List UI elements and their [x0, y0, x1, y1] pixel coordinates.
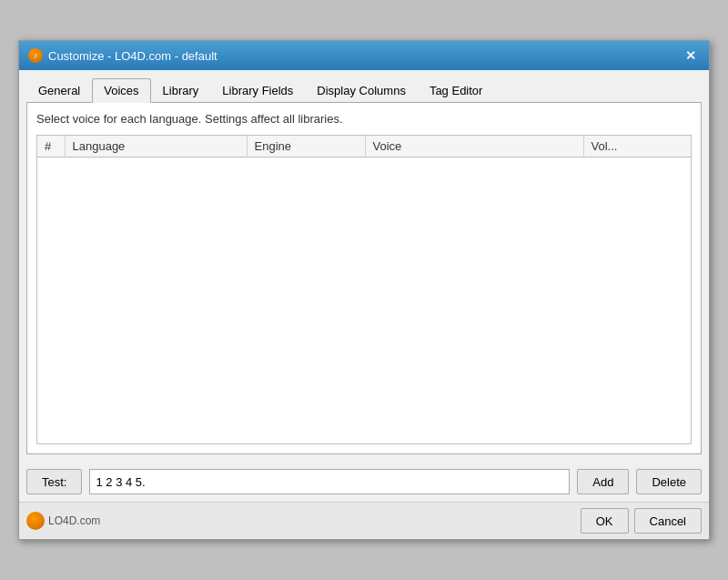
tab-tag-editor[interactable]: Tag Editor [418, 78, 495, 103]
table-header-row: # Language Engine Voice Vol... [37, 136, 691, 158]
info-text: Select voice for each language. Settings… [36, 112, 692, 126]
window-title: Customize - LO4D.com - default [48, 49, 217, 63]
cancel-button[interactable]: Cancel [634, 508, 702, 534]
tab-display-columns[interactable]: Display Columns [305, 78, 418, 103]
app-icon: ♪ [28, 48, 43, 63]
delete-button[interactable]: Delete [636, 469, 702, 494]
tab-panel: Select voice for each language. Settings… [26, 103, 702, 454]
tab-bar: General Voices Library Library Fields Di… [26, 77, 702, 103]
voices-table-container[interactable]: # Language Engine Voice Vol... [36, 135, 692, 444]
col-engine: Engine [247, 136, 365, 158]
ok-button[interactable]: OK [581, 508, 629, 534]
main-window: ♪ Customize - LO4D.com - default ✕ Gener… [18, 40, 710, 540]
col-volume: Vol... [583, 136, 691, 158]
content-area: General Voices Library Library Fields Di… [19, 70, 709, 462]
col-voice: Voice [365, 136, 583, 158]
voices-table: # Language Engine Voice Vol... [37, 136, 691, 158]
tab-library[interactable]: Library [151, 78, 211, 103]
footer: LO4D.com OK Cancel [19, 502, 709, 539]
title-bar: ♪ Customize - LO4D.com - default ✕ [19, 41, 709, 70]
col-language: Language [65, 136, 247, 158]
logo-icon [26, 512, 45, 530]
close-button[interactable]: ✕ [682, 46, 700, 65]
logo-area: LO4D.com [26, 512, 100, 530]
test-button[interactable]: Test: [26, 469, 82, 494]
title-bar-left: ♪ Customize - LO4D.com - default [28, 48, 217, 63]
test-input[interactable] [89, 469, 570, 494]
tab-general[interactable]: General [26, 78, 92, 103]
bottom-bar: Test: Add Delete [19, 462, 709, 502]
tab-voices[interactable]: Voices [92, 78, 150, 103]
col-num: # [37, 136, 65, 158]
logo-text: LO4D.com [48, 514, 100, 527]
add-button[interactable]: Add [577, 469, 629, 494]
tab-library-fields[interactable]: Library Fields [210, 78, 305, 103]
